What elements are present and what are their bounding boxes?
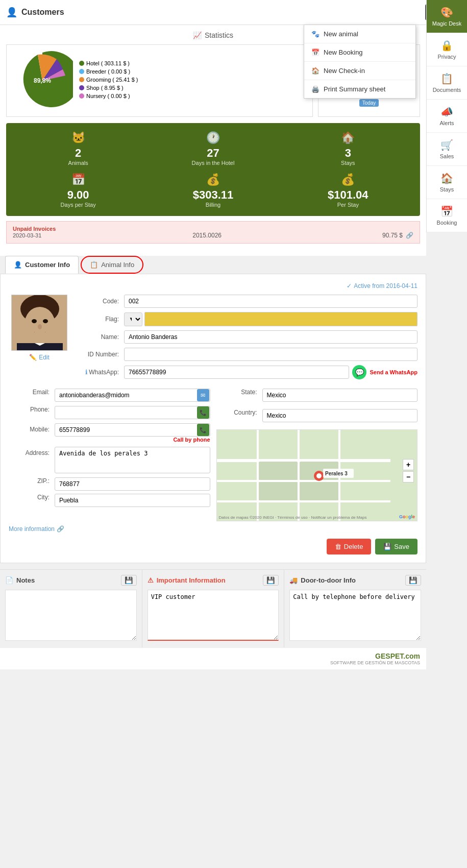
zoom-in-button[interactable]: + [403,459,414,470]
important-textarea[interactable]: VIP customer [148,590,279,641]
dropdown-new-checkin[interactable]: 🏠 New Check-in [304,62,415,80]
days-hotel-value: 27 [149,147,277,160]
name-row: Name: [78,330,417,344]
stat-animals: 🐱 2 Animals [14,131,142,166]
stays-value: 3 [284,147,412,160]
unpaid-external-link-icon[interactable]: 🔗 [406,232,413,239]
important-title: Important Information [157,576,226,584]
stat-per-stay: 💰 $101.04 Per Stay [284,173,412,208]
email-row: Email: ✉ [9,389,210,402]
address-row: Address: Avenida de los perales 3 [9,447,210,473]
country-row: Country: [216,409,418,422]
country-label: Country: [216,409,262,416]
door-title-row: 🚚 Door-to-door Info [289,576,356,584]
delete-button[interactable]: 🗑 Delete [327,539,372,554]
dropdown-new-booking[interactable]: 📅 New Booking [304,43,415,62]
phone-input[interactable] [55,406,210,419]
tabs-row: 👤 Customer Info 📋 Animal Info [0,256,426,274]
whatsapp-label: ℹ WhatsApp: [78,369,124,376]
city-input[interactable] [55,494,210,507]
pie-chart-container: 89,8% Hotel ( 303.11 $ ) Breeder ( 0.00 … [6,44,313,117]
email-send-button[interactable]: ✉ [197,389,209,401]
mobile-input[interactable] [55,423,210,437]
more-info-link[interactable]: More information 🔗 [9,525,417,533]
check-icon: ✓ [347,282,352,290]
stat-days-hotel: 🕐 27 Days in the Hotel [149,131,277,166]
unpaid-date: 2020-03-31 [13,232,41,238]
dropdown-new-animal[interactable]: 🐾 New animal [304,25,415,43]
user-icon: 👤 [6,7,17,18]
mobile-row: Mobile: 📞 Call by phone [9,423,210,443]
sidebar-item-alerts[interactable]: 📣 Alerts [427,100,467,133]
sidebar-item-privacy[interactable]: 🔒 Privacy [427,33,467,66]
edit-link[interactable]: ✏️ Edit [29,354,50,361]
animal-info-tab-label: Animal Info [101,261,134,269]
name-input[interactable] [124,330,417,344]
legend-breeder: Breeder ( 0.00 $ ) [79,68,138,75]
flag-row: Flag: ▼ [78,312,417,326]
email-label: Email: [9,389,55,396]
customer-photo [11,295,67,351]
svg-text:Perales 3: Perales 3 [325,471,348,476]
printer-icon: 🖨️ [311,85,319,93]
send-whatsapp-button[interactable]: 💬 [352,365,366,379]
zoom-out-button[interactable]: − [403,471,414,483]
unpaid-row: 2020-03-31 2015.0026 90.75 $ 🔗 [13,232,413,239]
col-left: Email: ✉ Phone: 📞 M [9,389,210,521]
trash-icon: 🗑 [335,543,341,550]
google-logo: Google [399,512,415,520]
info-icon: ℹ [85,369,88,376]
unpaid-id: 2015.0026 [41,232,373,239]
notes-doc-icon: 📄 [5,576,13,584]
clipboard-icon: 📋 [90,261,98,269]
svg-point-5 [43,319,48,323]
flag-field-row: ▼ [124,312,417,326]
code-row: Code: [78,295,417,308]
code-input[interactable] [124,295,417,308]
zip-label: ZIP.: [9,477,55,485]
flag-label: Flag: [78,316,124,323]
door-textarea[interactable]: Call by telephone before delivery [289,590,421,641]
sidebar-item-documents[interactable]: 📋 Documents [427,66,467,100]
id-number-input[interactable] [124,348,417,361]
footer-brand: GESPET.com [375,652,420,660]
paw-icon: 🐾 [311,30,319,38]
sidebar-item-booking[interactable]: 📅 Booking [427,199,467,232]
call-annotation: Call by phone [55,437,210,443]
country-input[interactable] [262,409,418,422]
address-input[interactable]: Avenida de los perales 3 [55,447,210,473]
state-input[interactable] [262,389,418,402]
whatsapp-input[interactable] [124,366,349,379]
stays-label: Stays [284,160,412,166]
legend-nursery: Nursery ( 0.00 $ ) [79,93,138,99]
notes-title-row: 📄 Notes [5,576,35,584]
map-container: BOSQUES DE REAL STRE Perales 3 Ampliar e… [216,429,418,521]
flag-select[interactable]: ▼ [124,312,142,326]
important-save-button[interactable]: 💾 [263,575,279,586]
save-button[interactable]: 💾 Save [375,539,417,554]
state-row: State: [216,389,418,402]
tab-customer-info[interactable]: 👤 Customer Info [5,256,79,274]
door-save-button[interactable]: 💾 [405,575,421,586]
zip-input[interactable] [55,477,210,491]
tab-animal-info[interactable]: 📋 Animal Info [81,256,143,274]
notes-section: 📄 Notes 💾 ⚠ Important Information 💾 VIP … [0,569,426,647]
col-right: State: Country: BOSQUES DE REAL STRE Per… [216,389,418,521]
notes-textarea[interactable] [5,590,137,641]
sidebar-item-stays[interactable]: 🏠 Stays [427,166,467,199]
dropdown-new-booking-label: New Booking [324,49,363,56]
sidebar-item-sales[interactable]: 🛒 Sales [427,133,467,166]
dropdown-menu: 🐾 New animal 📅 New Booking 🏠 New Check-i… [304,25,416,99]
per-stay-label: Per Stay [284,202,412,208]
sidebar-item-magic-desk[interactable]: 🎨 Magic Desk [427,0,467,33]
phone-call-button[interactable]: 📞 [197,406,209,419]
email-input[interactable] [55,389,210,402]
mobile-label: Mobile: [9,423,55,433]
dropdown-print-summary[interactable]: 🖨️ Print Summary sheet [304,80,415,98]
stat-billing: 💰 $303.11 Billing [149,173,277,208]
alerts-icon: 📣 [440,106,453,118]
notes-save-button[interactable]: 💾 [121,575,137,586]
page-title: Customers [21,8,64,17]
two-col-form: Email: ✉ Phone: 📞 M [9,389,417,521]
mobile-call-button[interactable]: 📞 [197,424,209,436]
